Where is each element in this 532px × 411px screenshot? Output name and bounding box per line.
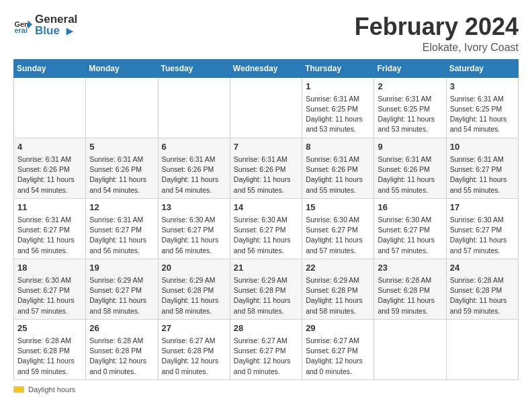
day-info: Sunrise: 6:28 AM Sunset: 6:28 PM Dayligh… [378,275,442,316]
day-info: Sunrise: 6:31 AM Sunset: 6:26 PM Dayligh… [17,154,82,195]
day-header-monday: Monday [86,59,158,77]
day-header-tuesday: Tuesday [158,59,230,77]
logo-arrow-icon [64,26,76,38]
day-info: Sunrise: 6:29 AM Sunset: 6:28 PM Dayligh… [306,275,370,316]
svg-marker-3 [66,28,74,35]
logo-blue-text: Blue [35,24,60,37]
day-info: Sunrise: 6:30 AM Sunset: 6:27 PM Dayligh… [162,215,226,256]
calendar-cell: 29Sunrise: 6:27 AM Sunset: 6:27 PM Dayli… [302,319,374,379]
day-number: 7 [234,141,298,153]
day-number: 6 [162,141,226,153]
footer: Daylight hours [13,385,519,394]
calendar-cell: 4Sunrise: 6:31 AM Sunset: 6:26 PM Daylig… [14,138,86,198]
day-number: 12 [89,201,154,214]
day-info: Sunrise: 6:31 AM Sunset: 6:27 PM Dayligh… [450,154,515,195]
day-info: Sunrise: 6:31 AM Sunset: 6:25 PM Dayligh… [378,94,442,135]
calendar-cell: 24Sunrise: 6:28 AM Sunset: 6:28 PM Dayli… [446,259,518,319]
calendar-cell: 18Sunrise: 6:30 AM Sunset: 6:27 PM Dayli… [14,259,86,319]
day-info: Sunrise: 6:31 AM Sunset: 6:26 PM Dayligh… [378,154,442,195]
calendar-cell: 23Sunrise: 6:28 AM Sunset: 6:28 PM Dayli… [374,259,446,319]
day-number: 21 [234,262,298,274]
calendar-cell: 2Sunrise: 6:31 AM Sunset: 6:25 PM Daylig… [374,77,446,138]
calendar-week-row: 11Sunrise: 6:31 AM Sunset: 6:27 PM Dayli… [14,198,519,259]
day-info: Sunrise: 6:31 AM Sunset: 6:26 PM Dayligh… [306,154,370,195]
daylight-bar-icon [13,386,24,393]
calendar-header-row: SundayMondayTuesdayWednesdayThursdayFrid… [14,59,519,77]
day-number: 17 [450,201,515,214]
day-number: 16 [378,201,442,214]
calendar-cell: 15Sunrise: 6:30 AM Sunset: 6:27 PM Dayli… [302,198,374,259]
day-info: Sunrise: 6:30 AM Sunset: 6:27 PM Dayligh… [378,215,442,256]
calendar-cell: 19Sunrise: 6:29 AM Sunset: 6:27 PM Dayli… [86,259,158,319]
logo: Gen eral General Blue [13,13,77,38]
calendar-cell: 7Sunrise: 6:31 AM Sunset: 6:26 PM Daylig… [230,138,302,198]
day-header-thursday: Thursday [302,59,374,77]
calendar-cell: 28Sunrise: 6:27 AM Sunset: 6:27 PM Dayli… [230,319,302,379]
calendar-cell: 10Sunrise: 6:31 AM Sunset: 6:27 PM Dayli… [446,138,518,198]
calendar-cell: 16Sunrise: 6:30 AM Sunset: 6:27 PM Dayli… [374,198,446,259]
calendar-cell [230,77,302,138]
calendar-cell: 20Sunrise: 6:29 AM Sunset: 6:28 PM Dayli… [158,259,230,319]
day-info: Sunrise: 6:29 AM Sunset: 6:28 PM Dayligh… [234,275,298,316]
day-number: 23 [378,262,442,274]
day-number: 19 [89,262,154,274]
calendar-cell: 8Sunrise: 6:31 AM Sunset: 6:26 PM Daylig… [302,138,374,198]
calendar-cell: 1Sunrise: 6:31 AM Sunset: 6:25 PM Daylig… [302,77,374,138]
day-number: 1 [306,81,370,93]
day-info: Sunrise: 6:31 AM Sunset: 6:26 PM Dayligh… [234,154,298,195]
day-number: 29 [306,322,370,334]
header: Gen eral General Blue February 2024 Elok… [13,13,519,54]
day-header-friday: Friday [374,59,446,77]
day-info: Sunrise: 6:30 AM Sunset: 6:27 PM Dayligh… [17,275,82,316]
day-info: Sunrise: 6:29 AM Sunset: 6:28 PM Dayligh… [162,275,226,316]
day-header-saturday: Saturday [446,59,518,77]
day-header-wednesday: Wednesday [230,59,302,77]
calendar-cell: 17Sunrise: 6:30 AM Sunset: 6:27 PM Dayli… [446,198,518,259]
day-number: 8 [306,141,370,153]
day-number: 22 [306,262,370,274]
day-number: 10 [450,141,515,153]
day-number: 13 [162,201,226,214]
calendar-cell: 3Sunrise: 6:31 AM Sunset: 6:25 PM Daylig… [446,77,518,138]
day-number: 20 [162,262,226,274]
day-info: Sunrise: 6:31 AM Sunset: 6:26 PM Dayligh… [89,154,154,195]
calendar-cell: 12Sunrise: 6:31 AM Sunset: 6:27 PM Dayli… [86,198,158,259]
calendar-cell: 13Sunrise: 6:30 AM Sunset: 6:27 PM Dayli… [158,198,230,259]
day-number: 15 [306,201,370,214]
calendar-cell [158,77,230,138]
day-number: 3 [450,81,515,93]
day-info: Sunrise: 6:29 AM Sunset: 6:27 PM Dayligh… [89,275,154,316]
calendar-cell: 14Sunrise: 6:30 AM Sunset: 6:27 PM Dayli… [230,198,302,259]
title-area: February 2024 Elokate, Ivory Coast [355,13,519,54]
calendar-cell: 27Sunrise: 6:27 AM Sunset: 6:28 PM Dayli… [158,319,230,379]
day-number: 25 [17,322,82,334]
day-number: 27 [162,322,226,334]
daylight-label: Daylight hours [28,385,75,394]
calendar-cell: 21Sunrise: 6:29 AM Sunset: 6:28 PM Dayli… [230,259,302,319]
calendar-cell: 9Sunrise: 6:31 AM Sunset: 6:26 PM Daylig… [374,138,446,198]
calendar-week-row: 1Sunrise: 6:31 AM Sunset: 6:25 PM Daylig… [14,77,519,138]
day-info: Sunrise: 6:27 AM Sunset: 6:27 PM Dayligh… [306,336,370,377]
svg-text:eral: eral [15,26,28,34]
calendar-cell [86,77,158,138]
calendar-cell: 25Sunrise: 6:28 AM Sunset: 6:28 PM Dayli… [14,319,86,379]
day-number: 5 [89,141,154,153]
day-header-sunday: Sunday [14,59,86,77]
day-info: Sunrise: 6:27 AM Sunset: 6:27 PM Dayligh… [234,336,298,377]
calendar-week-row: 18Sunrise: 6:30 AM Sunset: 6:27 PM Dayli… [14,259,519,319]
logo-icon: Gen eral [13,16,32,35]
day-info: Sunrise: 6:31 AM Sunset: 6:25 PM Dayligh… [450,94,515,135]
day-number: 24 [450,262,515,274]
calendar-cell: 22Sunrise: 6:29 AM Sunset: 6:28 PM Dayli… [302,259,374,319]
day-info: Sunrise: 6:30 AM Sunset: 6:27 PM Dayligh… [450,215,515,256]
day-info: Sunrise: 6:31 AM Sunset: 6:26 PM Dayligh… [162,154,226,195]
calendar-week-row: 25Sunrise: 6:28 AM Sunset: 6:28 PM Dayli… [14,319,519,379]
day-info: Sunrise: 6:30 AM Sunset: 6:27 PM Dayligh… [306,215,370,256]
day-number: 18 [17,262,82,274]
calendar-cell [14,77,86,138]
calendar-cell [446,319,518,379]
day-number: 4 [17,141,82,153]
day-info: Sunrise: 6:30 AM Sunset: 6:27 PM Dayligh… [234,215,298,256]
day-number: 26 [89,322,154,334]
day-number: 28 [234,322,298,334]
